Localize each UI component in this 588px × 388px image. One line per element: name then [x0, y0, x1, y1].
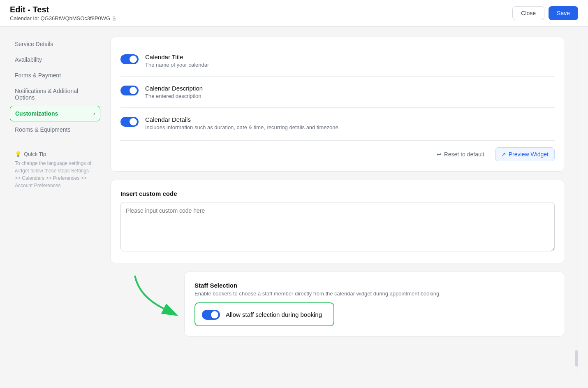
- calendar-description-toggle[interactable]: [120, 86, 139, 95]
- toggles-card: Calendar Title The name of your calendar…: [110, 37, 565, 172]
- calendar-description-desc: The entered description: [145, 93, 203, 99]
- sidebar-item-service-details[interactable]: Service Details: [10, 37, 100, 51]
- calendar-details-info: Calendar Details Includes information su…: [145, 116, 338, 130]
- sidebar-item-availability[interactable]: Availability: [10, 52, 100, 67]
- toggle-thumb: [130, 56, 137, 63]
- staff-section-wrapper: Staff Selection Enable bookers to choose…: [110, 272, 565, 337]
- chevron-right-icon: ›: [93, 111, 95, 116]
- main-layout: Service Details Availability Forms & Pay…: [0, 27, 588, 385]
- sidebar-item-label: Forms & Payment: [15, 72, 61, 79]
- sidebar-item-label: Rooms & Equipments: [15, 126, 70, 133]
- sidebar-item-forms-payment[interactable]: Forms & Payment: [10, 68, 100, 83]
- calendar-id-text: Calendar Id: QG36RtWQbMSOc3f8P0WG: [10, 15, 110, 21]
- header-actions: Close Save: [512, 6, 578, 20]
- main-content: Calendar Title The name of your calendar…: [110, 37, 565, 375]
- calendar-details-desc: Includes information such as duration, d…: [145, 124, 338, 130]
- toggle-row-calendar-description: Calendar Description The entered descrip…: [120, 78, 555, 106]
- staff-selection-toggle[interactable]: [202, 310, 220, 320]
- green-arrow-annotation: [127, 272, 180, 317]
- toggle-thumb: [130, 87, 137, 94]
- quick-tip: 💡 Quick Tip To change the language setti…: [10, 147, 100, 193]
- close-button[interactable]: Close: [512, 6, 544, 20]
- external-link-icon: ↗: [501, 151, 506, 158]
- sidebar-item-label: Customizations: [15, 110, 58, 117]
- toggle-track: [120, 54, 139, 64]
- staff-selection-card: Staff Selection Enable bookers to choose…: [184, 272, 565, 337]
- calendar-details-label: Calendar Details: [145, 116, 338, 123]
- scrollbar[interactable]: [575, 37, 578, 375]
- custom-code-section-title: Insert custom code: [120, 190, 555, 197]
- sidebar-item-label: Availability: [15, 56, 42, 63]
- toggle-row-calendar-details: Calendar Details Includes information su…: [120, 109, 555, 137]
- scrollbar-thumb: [575, 350, 578, 367]
- lightbulb-icon: 💡: [15, 151, 21, 157]
- preview-label: Preview Widget: [509, 151, 549, 158]
- quick-tip-header: 💡 Quick Tip: [15, 151, 95, 157]
- calendar-id: Calendar Id: QG36RtWQbMSOc3f8P0WG ⎘: [10, 15, 116, 21]
- sidebar-item-customizations[interactable]: Customizations ›: [10, 106, 100, 121]
- sidebar: Service Details Availability Forms & Pay…: [10, 37, 100, 375]
- staff-toggle-box: Allow staff selection during booking: [194, 302, 334, 326]
- toggle-track: [202, 310, 220, 320]
- calendar-title-desc: The name of your calendar: [145, 62, 209, 68]
- custom-code-card: Insert custom code: [110, 180, 565, 263]
- page-header: Edit - Test Calendar Id: QG36RtWQbMSOc3f…: [0, 0, 588, 27]
- save-button[interactable]: Save: [549, 6, 578, 20]
- calendar-title-label: Calendar Title: [145, 53, 209, 60]
- calendar-details-toggle[interactable]: [120, 117, 139, 127]
- calendar-title-toggle[interactable]: [120, 54, 139, 64]
- staff-toggle-label: Allow staff selection during booking: [226, 311, 322, 318]
- quick-tip-text: To change the language settings of widge…: [15, 160, 95, 189]
- header-left: Edit - Test Calendar Id: QG36RtWQbMSOc3f…: [10, 5, 116, 21]
- preview-widget-button[interactable]: ↗ Preview Widget: [495, 147, 555, 161]
- toggle-thumb: [130, 118, 137, 125]
- toggle-thumb: [211, 311, 218, 318]
- sidebar-item-label: Service Details: [15, 41, 53, 47]
- reset-icon: ↩: [437, 151, 442, 158]
- custom-code-input[interactable]: [120, 202, 555, 251]
- reset-to-default-button[interactable]: ↩ Reset to default: [433, 149, 488, 160]
- toggle-track: [120, 117, 139, 127]
- staff-section-desc: Enable bookers to choose a staff member …: [194, 290, 555, 297]
- staff-section-title: Staff Selection: [194, 282, 555, 289]
- sidebar-item-notifications[interactable]: Notifications & Additional Options: [10, 84, 100, 105]
- reset-label: Reset to default: [444, 151, 484, 158]
- toggle-track: [120, 86, 139, 95]
- calendar-description-info: Calendar Description The entered descrip…: [145, 85, 203, 99]
- toggle-row-calendar-title: Calendar Title The name of your calendar: [120, 47, 555, 74]
- sidebar-item-label: Notifications & Additional Options: [15, 88, 95, 101]
- quick-tip-title: Quick Tip: [24, 151, 46, 157]
- card-footer: ↩ Reset to default ↗ Preview Widget: [120, 140, 555, 161]
- sidebar-item-rooms-equipments[interactable]: Rooms & Equipments: [10, 122, 100, 137]
- calendar-description-label: Calendar Description: [145, 85, 203, 92]
- arrow-wrapper: [110, 272, 184, 325]
- page-title: Edit - Test: [10, 5, 116, 14]
- calendar-title-info: Calendar Title The name of your calendar: [145, 53, 209, 68]
- copy-icon[interactable]: ⎘: [113, 15, 116, 21]
